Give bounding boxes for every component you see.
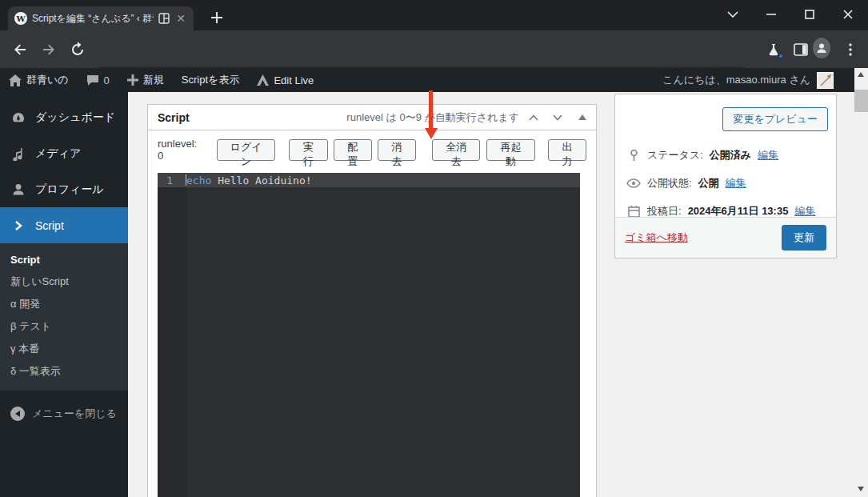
- window-close-button[interactable]: [839, 3, 857, 26]
- main-content: Script runlevel は 0〜9 が自動実行されます runlevel…: [128, 92, 854, 497]
- tab-grid-icon[interactable]: [158, 13, 170, 24]
- script-metabox-header[interactable]: Script runlevel は 0〜9 が自動実行されます: [148, 105, 596, 130]
- submenu-item-beta-test[interactable]: β テスト: [0, 315, 128, 338]
- clear-button[interactable]: 消去: [378, 139, 416, 161]
- plus-icon: [127, 74, 138, 86]
- sidebar-item-media[interactable]: メディア: [0, 135, 128, 171]
- edit-date-link[interactable]: 編集: [794, 204, 815, 218]
- scrollbar-down-arrow[interactable]: [858, 487, 864, 491]
- admin-bar-edit-live[interactable]: Edit Live: [248, 68, 322, 92]
- page-scrollbar[interactable]: [854, 68, 868, 497]
- visibility-label: 公開状態:: [647, 176, 692, 190]
- window-minimize-button[interactable]: [762, 3, 780, 26]
- admin-bar-view-script[interactable]: Scriptを表示: [173, 68, 249, 92]
- browser-profile-avatar[interactable]: [813, 39, 830, 57]
- sidebar-item-dashboard[interactable]: ダッシュボード: [0, 99, 128, 135]
- tab-close-icon[interactable]: ✕: [174, 12, 187, 25]
- admin-bar-comments[interactable]: 0: [78, 68, 118, 92]
- status-label: ステータス:: [647, 148, 703, 162]
- submenu-item-gamma-prod[interactable]: γ 本番: [0, 338, 128, 360]
- edit-live-label: Edit Live: [274, 74, 314, 86]
- browser-menu-icon[interactable]: [842, 41, 859, 58]
- chevron-right-icon: [10, 220, 26, 231]
- login-button[interactable]: ログイン: [217, 139, 276, 161]
- runlevel-hint: runlevel は 0〜9 が自動実行されます: [346, 110, 519, 125]
- runlevel-value: runlevel: 0: [158, 138, 202, 162]
- user-avatar: [817, 72, 834, 89]
- publishing-actions: ゴミ箱へ移動 更新: [615, 217, 836, 258]
- experiments-beaker-icon[interactable]: [765, 41, 782, 58]
- sidebar-label: Script: [35, 219, 64, 232]
- code-keyword: echo: [186, 174, 211, 186]
- edit-live-icon: [257, 74, 269, 86]
- home-icon: [9, 74, 22, 86]
- clear-all-button[interactable]: 全消去: [432, 139, 480, 161]
- code-text: Hello Aoiduino!: [211, 174, 311, 186]
- tab-title: Scriptを編集 “さんぷる” ‹ 群青: [32, 12, 154, 26]
- update-button[interactable]: 更新: [782, 225, 826, 251]
- collapse-arrow-icon: [10, 407, 25, 421]
- deploy-button[interactable]: 配置: [334, 139, 372, 161]
- sidebar-label: メディア: [35, 146, 81, 161]
- code-line-1: 1 echo Hello Aoiduino!: [158, 173, 580, 187]
- comment-icon: [86, 74, 99, 86]
- scrollbar-thumb[interactable]: [854, 90, 868, 112]
- edit-status-link[interactable]: 編集: [758, 148, 778, 162]
- submenu-item-alpha-dev[interactable]: α 開発: [0, 293, 128, 315]
- code-editor[interactable]: 1 echo Hello Aoiduino!: [158, 173, 580, 497]
- media-icon: [10, 146, 26, 161]
- reload-icon[interactable]: [69, 41, 86, 58]
- admin-bar-account[interactable]: こんにちは、masao.miura さん: [662, 72, 854, 89]
- status-value: 公開済み: [710, 148, 751, 162]
- page-viewport: ダッシュボード メディア プロフィール Script Script 新しいScr…: [0, 92, 854, 497]
- move-to-trash-link[interactable]: ゴミ箱へ移動: [625, 230, 688, 245]
- site-name: 群青いの: [26, 73, 69, 87]
- script-submenu: Script 新しいScript α 開発 β テスト γ 本番 δ 一覧表示: [0, 243, 128, 391]
- run-button[interactable]: 実行: [289, 139, 327, 161]
- eye-icon: [626, 178, 641, 188]
- sidebar-item-profile[interactable]: プロフィール: [0, 171, 128, 207]
- browser-toolbar: ino.gunjou.co.jp/wp-admin/post.php?post=…: [0, 30, 868, 68]
- pin-icon: [626, 149, 641, 162]
- forward-icon[interactable]: [40, 41, 58, 58]
- date-value: 2024年6月11日 13:35: [688, 204, 789, 218]
- tab-search-chevron-icon[interactable]: [724, 3, 742, 26]
- new-label: 新規: [143, 73, 164, 87]
- edit-visibility-link[interactable]: 編集: [726, 176, 746, 190]
- script-toolbar: runlevel: 0 ログイン 実行 配置 消去 全消去 再起動 出力: [148, 130, 596, 161]
- sidebar-label: ダッシュボード: [35, 110, 115, 125]
- move-down-icon[interactable]: [548, 114, 567, 121]
- collapse-menu-button[interactable]: メニューを閉じる: [0, 400, 128, 427]
- new-tab-button[interactable]: [210, 10, 224, 25]
- comment-count: 0: [104, 74, 110, 86]
- wordpress-favicon-icon: W: [14, 12, 27, 25]
- output-button[interactable]: 出力: [548, 139, 586, 161]
- browser-titlebar: W Scriptを編集 “さんぷる” ‹ 群青 ✕: [0, 0, 868, 30]
- collapse-menu-label: メニューを閉じる: [32, 407, 117, 421]
- visibility-row: 公開状態: 公開 編集: [615, 169, 836, 197]
- wp-admin-bar: 群青いの 0 新規 Scriptを表示 Edit Live こんにちは、masa…: [0, 68, 854, 92]
- greeting-text: こんにちは、masao.miura さん: [662, 73, 810, 87]
- admin-bar-new[interactable]: 新規: [118, 68, 173, 92]
- metabox-title: Script: [158, 111, 190, 124]
- window-maximize-button[interactable]: [801, 3, 818, 26]
- submenu-item-script[interactable]: Script: [0, 248, 128, 271]
- preview-changes-button[interactable]: 変更をプレビュー: [722, 107, 828, 131]
- admin-bar-site-menu[interactable]: 群青いの: [0, 68, 78, 92]
- toggle-panel-icon[interactable]: [578, 114, 586, 120]
- back-icon[interactable]: [11, 41, 29, 58]
- line-number: 1: [158, 174, 180, 186]
- profile-person-icon: [10, 182, 26, 197]
- beaker-badge: [778, 53, 784, 59]
- submenu-item-new-script[interactable]: 新しいScript: [0, 271, 128, 293]
- scrollbar-up-arrow[interactable]: [858, 72, 864, 77]
- reboot-button[interactable]: 再起動: [486, 139, 534, 161]
- submenu-item-delta-list[interactable]: δ 一覧表示: [0, 360, 128, 383]
- sidebar-label: プロフィール: [35, 182, 104, 197]
- sidebar-item-script[interactable]: Script: [0, 207, 128, 243]
- side-panel-icon[interactable]: [792, 41, 810, 58]
- publish-metabox: 変更をプレビュー ステータス: 公開済み 編集 公開状態: 公開: [614, 94, 837, 259]
- visibility-value: 公開: [698, 176, 719, 190]
- move-up-icon[interactable]: [524, 114, 543, 121]
- browser-tab[interactable]: W Scriptを編集 “さんぷる” ‹ 群青 ✕: [8, 6, 194, 30]
